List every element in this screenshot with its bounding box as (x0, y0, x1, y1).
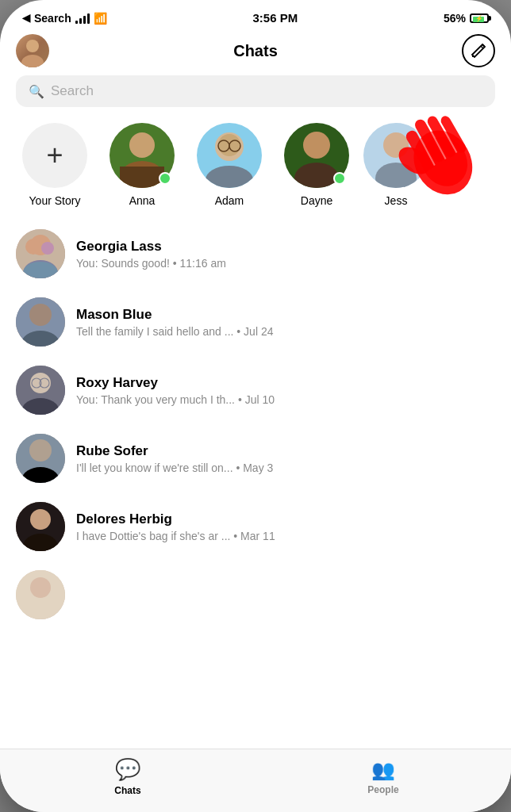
header: Chats (0, 29, 511, 75)
story-name-dayne: Dayne (301, 194, 332, 207)
chat-list: Georgia Lass You: Sounds good! • 11:16 a… (0, 220, 511, 692)
svg-point-40 (30, 373, 51, 393)
chat-item-delores[interactable]: Delores Herbig I have Dottie's bag if sh… (0, 492, 511, 561)
dayne-avatar-wrapper (284, 123, 349, 188)
signal-bars (75, 13, 90, 24)
back-arrow-icon: ◀ (22, 12, 30, 24)
svg-rect-16 (120, 167, 164, 188)
delores-name: Delores Herbig (76, 511, 495, 527)
profile-avatar-img (16, 34, 49, 67)
story-item-adam[interactable]: Adam (186, 123, 273, 207)
status-left: ◀ Search 📶 (22, 12, 107, 25)
georgia-preview: You: Sounds good! • 11:16 am (76, 257, 495, 270)
chat-item-mason[interactable]: Mason Blue Tell the family I said hello … (0, 288, 511, 356)
georgia-name: Georgia Lass (76, 239, 495, 255)
chat-item-roxy[interactable]: Roxy Harvey You: Thank you very much I t… (0, 356, 511, 424)
svg-point-1 (21, 55, 44, 67)
rube-info: Rube Sofer I'll let you know if we're st… (76, 443, 495, 474)
svg-point-34 (41, 242, 54, 255)
svg-point-33 (25, 239, 41, 255)
rube-avatar (16, 434, 65, 483)
delores-avatar-img (16, 502, 65, 551)
svg-point-37 (29, 304, 52, 326)
rube-name: Rube Sofer (76, 443, 495, 459)
chat-item-partial[interactable] (0, 561, 511, 629)
svg-point-51 (30, 577, 51, 598)
carrier-label: Search (34, 12, 71, 25)
people-icon: 👥 (371, 759, 395, 781)
adam-avatar (197, 123, 262, 188)
svg-line-2 (481, 46, 483, 48)
georgia-avatar (16, 229, 65, 278)
delores-preview: I have Dottie's bag if she's ar ... • Ma… (76, 530, 495, 542)
page-title: Chats (233, 42, 278, 60)
jess-avatar (363, 123, 428, 188)
partial-avatar-img (16, 570, 65, 619)
partial-avatar (16, 570, 65, 619)
tab-people[interactable]: 👥 People (256, 759, 511, 803)
chat-item-georgia[interactable]: Georgia Lass You: Sounds good! • 11:16 a… (0, 220, 511, 288)
search-bar[interactable]: 🔍 Search (16, 75, 495, 107)
roxy-avatar-img (16, 366, 65, 415)
add-story-circle: + (22, 123, 87, 188)
svg-point-25 (303, 132, 330, 159)
story-item-dayne[interactable]: Dayne (273, 123, 360, 207)
svg-point-14 (129, 132, 155, 158)
tab-people-label: People (367, 784, 398, 795)
svg-point-48 (30, 509, 51, 530)
phone-frame: ◀ Search 📶 3:56 PM 56% ⚡ (0, 0, 511, 812)
chats-icon: 💬 (115, 757, 140, 782)
dayne-online-dot (333, 172, 346, 185)
battery-percentage: 56% (444, 12, 466, 25)
status-right: 56% ⚡ (444, 12, 489, 25)
jess-avatar-wrapper (363, 123, 428, 188)
anna-online-dot (159, 172, 171, 185)
status-bar: ◀ Search 📶 3:56 PM 56% ⚡ (0, 0, 511, 29)
delores-avatar (16, 502, 65, 551)
search-icon: 🔍 (29, 84, 44, 99)
rube-avatar-img (16, 434, 65, 483)
story-name-adam: Adam (215, 194, 244, 207)
svg-point-0 (26, 40, 39, 52)
chat-item-rube[interactable]: Rube Sofer I'll let you know if we're st… (0, 424, 511, 492)
story-item-anna[interactable]: Anna (98, 123, 186, 207)
story-name-your-story: Your Story (29, 194, 81, 207)
roxy-preview: You: Thank you very much I th... • Jul 1… (76, 393, 495, 406)
roxy-info: Roxy Harvey You: Thank you very much I t… (76, 375, 495, 406)
roxy-avatar (16, 366, 65, 415)
georgia-avatar-img (16, 229, 65, 278)
rube-preview: I'll let you know if we're still on... •… (76, 462, 495, 474)
status-time: 3:56 PM (252, 11, 298, 25)
story-name-jess: Jess (385, 194, 408, 207)
tab-chats[interactable]: 💬 Chats (0, 757, 256, 804)
stories-row: + Your Story Anna (0, 120, 511, 220)
adam-avatar-img (197, 123, 262, 188)
search-placeholder: Search (51, 83, 94, 99)
profile-avatar[interactable] (16, 34, 49, 67)
tab-chats-label: Chats (114, 785, 140, 796)
adam-avatar-wrapper (197, 123, 262, 188)
compose-button[interactable] (462, 34, 495, 67)
roxy-name: Roxy Harvey (76, 375, 495, 391)
svg-point-45 (29, 439, 52, 462)
mason-name: Mason Blue (76, 307, 495, 323)
story-name-anna: Anna (129, 194, 156, 207)
mason-avatar (16, 297, 65, 347)
wifi-icon: 📶 (94, 12, 107, 25)
story-item-your-story[interactable]: + Your Story (11, 123, 98, 207)
mason-avatar-img (16, 297, 65, 347)
mason-info: Mason Blue Tell the family I said hello … (76, 307, 495, 338)
story-item-jess[interactable]: Jess (360, 123, 432, 207)
anna-avatar-wrapper (110, 123, 175, 188)
svg-point-28 (383, 132, 409, 158)
tab-bar: 💬 Chats 👥 People (0, 749, 511, 812)
compose-icon (470, 42, 487, 59)
battery-icon: ⚡ (470, 13, 489, 23)
mason-preview: Tell the family I said hello and ... • J… (76, 325, 495, 338)
delores-info: Delores Herbig I have Dottie's bag if sh… (76, 511, 495, 542)
jess-avatar-img (363, 123, 428, 188)
georgia-info: Georgia Lass You: Sounds good! • 11:16 a… (76, 239, 495, 270)
